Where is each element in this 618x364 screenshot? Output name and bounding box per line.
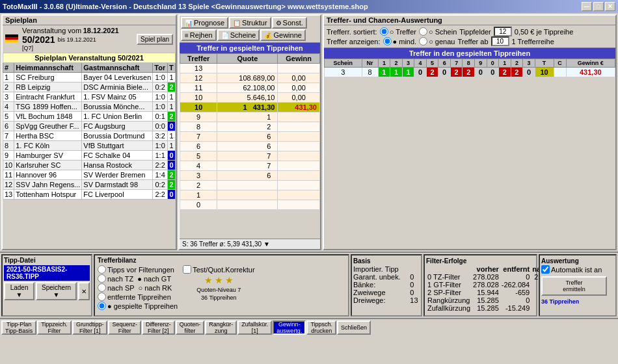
filter-panel: Filter-Erfolge vorher entfernt nachher 0… — [423, 254, 537, 317]
ch-col-2: 2 — [390, 59, 403, 68]
star1: ★ — [204, 275, 213, 285]
tippfelder-input[interactable] — [494, 27, 512, 36]
star3: ★ — [225, 275, 234, 285]
treffer-footer: S: 36 Treffer ø: 5,39 431,30 ▼ — [180, 239, 320, 249]
treffer-row: 10 1 431,30 431,30 — [180, 103, 320, 112]
toolbar-button-4[interactable]: Differenz-Filter [2] — [142, 320, 175, 335]
preis-label: 0,50 € je Tippreihe — [515, 28, 574, 36]
toolbar-button-2[interactable]: Grundtipp-Filter [1] — [72, 320, 108, 335]
minimize-button[interactable]: — — [582, 2, 592, 11]
toolbar-button-0[interactable]: Tipp-PlanTipp-Basis — [1, 320, 36, 335]
auswertung-panel: Auswertung Automatik ist an Trefferermit… — [539, 254, 617, 317]
radio-schein[interactable] — [419, 27, 427, 36]
trefferbilanz-panel: 📊 Prognose 📋 Struktur ⚙ Sonst. ≡ Rejhen … — [178, 14, 321, 250]
treffer-row: 12 108.689,00 0,00 — [180, 73, 320, 83]
treffer-row: 8 2 — [180, 122, 320, 132]
ch-col-8: 8 — [463, 59, 475, 68]
radio-tipps-filter[interactable] — [98, 265, 106, 274]
table-row: 81. FC KölnVfB Stuttgart1:01 — [3, 141, 176, 151]
treffer-row: 11 62.108,00 0,00 — [180, 83, 320, 93]
radio-treffer[interactable] — [380, 27, 388, 36]
treffer-table-title: Treffer in gespielten Tippreihen — [180, 43, 320, 53]
ch-col-4: 4 — [414, 59, 427, 68]
ch-col-1: 1 — [378, 59, 390, 68]
maximize-button[interactable]: □ — [593, 2, 604, 11]
table-row: 6SpVgg Greuther F...FC Augsburg0:00 — [3, 122, 176, 131]
spielplan-header: Spielplan Veranstaltung 50/2021 — [3, 53, 176, 63]
ch-col-schein: Schein — [325, 59, 362, 68]
veranstaltung-label: Veranstaltung vom 18.12.2021 — [22, 27, 134, 34]
korrektur-checkbox[interactable] — [183, 265, 191, 274]
toolbar-button-10[interactable]: Schließen — [337, 320, 371, 335]
treffer-row: 1 — [180, 190, 320, 200]
radio-gespielte[interactable] — [98, 302, 106, 310]
treffer-row: 6 6 — [180, 142, 320, 151]
basis-panel: Basis Importier. Tipp Garant. unbek.0 Bä… — [351, 254, 422, 317]
radio-nach-tz[interactable] — [98, 274, 106, 283]
sortiert-label: Trefferr. sortiert: — [327, 28, 377, 36]
radio-nach-sp[interactable] — [98, 283, 106, 292]
laden-button[interactable]: Laden ▼ — [4, 282, 34, 300]
treffer-row: 9 1 — [180, 112, 320, 122]
bottom-section: Tipp-Datei 2021-50-RSBASIS2-RS36.TIPP La… — [0, 252, 618, 352]
toolbar-button-3[interactable]: Sequenz-Filter — [108, 320, 141, 335]
table-row: 1SC FreiburgBayer 04 Leverkusen1:01 — [3, 73, 176, 83]
spielplan-button[interactable]: Spiel plan — [137, 34, 173, 45]
radio-entfernte[interactable] — [98, 292, 106, 301]
star2: ★ — [215, 275, 223, 285]
automatik-checkbox[interactable] — [541, 265, 550, 274]
treffer-ab-input[interactable] — [491, 36, 509, 46]
close-button[interactable]: ✕ — [605, 2, 615, 11]
ch-col-3: 3 — [402, 59, 414, 68]
spielplan-panel: Spielplan Veranstaltung vom 18.12.2021 5… — [1, 14, 177, 250]
speichern-button[interactable]: Speichern ▼ — [36, 282, 77, 300]
treffer-row: 5 7 — [180, 151, 320, 161]
app-title: TotoMaxIII - 3.0.68 (U)ltimate-Version -… — [3, 3, 368, 10]
toolbar-button-8[interactable]: Gewinn-auswertg. — [273, 320, 306, 335]
ch-col-gewinn: Gewinn € — [566, 59, 615, 68]
bottom-toolbar: Tipp-PlanTipp-BasisTippzeich.FilterGrund… — [0, 318, 618, 336]
prognose-button[interactable]: 📊 Prognose — [181, 17, 228, 29]
ch-col-10: 1 — [499, 59, 511, 68]
toolbar-button-1[interactable]: Tippzeich.Filter — [37, 320, 72, 335]
toolbar-button-5[interactable]: Quoten-filter — [176, 320, 205, 335]
ch-col-9: 9 — [475, 59, 487, 68]
toolbar-button-7[interactable]: Zufallskür.[1] — [237, 320, 272, 335]
treffer-row: 4 7 — [180, 161, 320, 171]
delete-button[interactable]: ✕ — [78, 282, 90, 300]
toolbar-button-6[interactable]: Rangkür-zung — [205, 320, 237, 335]
auswertung-tippreihen: 36 Tippreihen — [541, 298, 614, 305]
ch-col-nr: Nr — [362, 59, 378, 68]
tippreihen-count: 36 Tippreihen — [201, 294, 237, 301]
anzeigen-label: Treffer anzeigen: — [327, 38, 381, 46]
ch-col-11: 2 — [511, 59, 523, 68]
basis-title: Basis — [353, 257, 420, 265]
toolbar-button-9[interactable]: Tippsch.drucken — [306, 320, 336, 335]
scheine-button[interactable]: 📄 Scheine — [217, 29, 260, 41]
radio-genau[interactable] — [419, 37, 427, 46]
table-row: 7Hertha BSCBorussia Dortmund3:21 — [3, 131, 176, 141]
chancen-table-title: Treffer in den gespielten Tippreihen — [324, 48, 615, 58]
col-tor: Tor — [153, 63, 168, 73]
table-row: 4TSG 1899 Hoffen...Borussia Mönche...1:0… — [3, 102, 176, 112]
treffer-ermitteln-button[interactable]: Trefferermitteln — [541, 276, 607, 296]
treffer-ab-label: Treffer ab — [457, 38, 488, 46]
quoten-niveau: Quoten-Niveau 7 — [196, 287, 241, 293]
table-row: 5VfL Bochum 18481. FC Union Berlin0:12 — [3, 112, 176, 122]
chancen-title: Treffer- und Chancen-Auswertung — [324, 16, 615, 25]
radio-mind[interactable] — [383, 37, 392, 46]
sonst-button[interactable]: ⚙ Sonst. — [272, 17, 307, 29]
ch-col-7: 7 — [450, 59, 463, 68]
th-gewinn: Gewinn — [278, 54, 320, 64]
treffer-row: 10 5.646,10 0,00 — [180, 93, 320, 103]
treffer-row: 2 — [180, 181, 320, 190]
rejhen-button[interactable]: ≡ Rejhen — [181, 29, 217, 41]
col-nr: # — [3, 63, 14, 73]
tipp-datei-panel: Tipp-Datei 2021-50-RSBASIS2-RS36.TIPP La… — [1, 254, 92, 317]
struktur-button[interactable]: 📋 Struktur — [229, 17, 271, 29]
ch-col-0: 0 — [487, 59, 499, 68]
col-t: T — [167, 63, 175, 73]
gewinne-button[interactable]: 💰 Gewinne — [260, 29, 305, 41]
treffer-row: 0 — [180, 200, 320, 210]
tippfelder-label: Tippfelder — [459, 28, 491, 36]
